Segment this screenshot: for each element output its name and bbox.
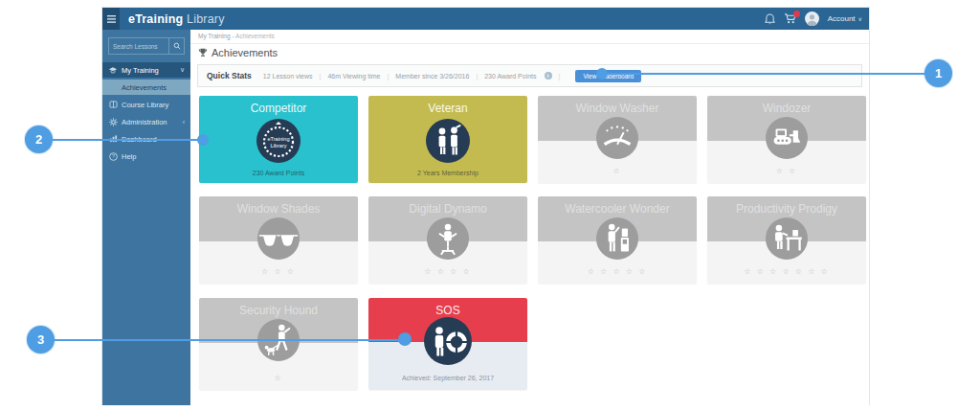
badge-caption: Achieved: September 26, 2017 — [368, 375, 527, 381]
search-icon[interactable] — [168, 38, 184, 54]
sidebar-item-help[interactable]: ?Help — [102, 148, 190, 164]
top-navbar: eTraining Library Account ∨ — [102, 8, 869, 30]
app-window: eTraining Library Account ∨ — [101, 7, 870, 405]
page-title-label: Achievements — [212, 47, 278, 58]
sidebar-item-label: Achievements — [122, 83, 167, 92]
chevron-down-icon: ∨ — [858, 15, 862, 22]
life-ring-icon — [424, 317, 472, 365]
breadcrumb-parent[interactable]: My Training — [198, 33, 231, 39]
annotation-dot-3 — [398, 332, 412, 346]
stat-separator: | — [476, 73, 478, 80]
badge-title: Window Shades — [199, 202, 358, 216]
stat-item: Member since 3/26/2016 — [395, 73, 469, 80]
badge-title: Security Hound — [199, 304, 358, 317]
help-icon: ? — [108, 152, 118, 161]
account-dropdown[interactable]: Account ∨ — [828, 14, 862, 23]
annotation-number-2: 2 — [35, 132, 42, 147]
badge-card-veteran[interactable]: Veteran2 Years Membership — [368, 96, 527, 183]
badge-card-security-hound[interactable]: Security Hound☆ — [199, 298, 358, 390]
desk-worker-icon — [766, 217, 808, 260]
main-content: My Training - Achievements Achievements … — [190, 30, 869, 405]
screenshot-canvas: eTraining Library Account ∨ — [0, 0, 980, 411]
view-leaderboard-button[interactable]: View Leaderboard — [575, 70, 641, 82]
notification-badge — [793, 11, 800, 17]
badge-title: Watercooler Wonder — [538, 202, 697, 216]
annotation-line-3 — [50, 339, 406, 341]
breadcrumb-separator: - — [232, 33, 234, 39]
divider — [190, 43, 869, 44]
star-rating: ☆ — [199, 374, 358, 382]
badge-card-digital-dynamo[interactable]: Digital Dynamo☆ ☆ ☆ ☆ — [368, 196, 527, 284]
windshield-wiper-icon — [596, 117, 638, 159]
star-rating: ☆ ☆ — [707, 167, 866, 175]
quick-stats-title: Quick Stats — [207, 71, 252, 80]
sidebar-item-achievements[interactable]: Achievements — [102, 80, 190, 95]
badge-title: Competitor — [199, 102, 358, 115]
svg-text:?: ? — [112, 153, 115, 159]
bulldozer-icon — [766, 117, 808, 159]
quick-stats-items: 12 Lesson views|46m Viewing time|Member … — [263, 72, 561, 80]
search-box — [108, 37, 185, 55]
badge-card-competitor[interactable]: CompetitoreTrainingLibrary230 Award Poin… — [199, 96, 358, 183]
sidebar-item-administration[interactable]: Administration‹ — [102, 114, 190, 129]
badge-title: SOS — [368, 304, 527, 317]
stat-separator: | — [559, 73, 561, 80]
sidebar-item-label: Administration — [122, 118, 167, 126]
badge-card-window-shades[interactable]: Window Shades☆ ☆ ☆ — [199, 196, 358, 284]
badge-card-window-washer[interactable]: Window Washer☆ — [538, 96, 697, 183]
sidebar-item-my-training[interactable]: My Training∨ — [102, 62, 190, 78]
stat-item: 230 Award Points — [484, 73, 536, 80]
annotation-marker-1: 1 — [924, 59, 952, 87]
badge-card-sos[interactable]: SOSAchieved: September 26, 2017 — [368, 298, 527, 390]
office-chair-icon — [427, 217, 469, 260]
header-right-cluster: Account ∨ — [765, 8, 862, 30]
sidebar-menu: My Training∨AchievementsCourse LibraryAd… — [102, 62, 190, 164]
annotation-line-2 — [48, 139, 205, 141]
graduation-cap-icon — [108, 66, 118, 75]
stat-item: 12 Lesson views — [263, 73, 313, 80]
stat-separator: | — [388, 73, 390, 80]
avatar[interactable] — [805, 11, 819, 26]
info-icon[interactable]: i — [545, 72, 552, 80]
brand-bold: eTraining — [128, 12, 183, 26]
sidebar: My Training∨AchievementsCourse LibraryAd… — [102, 30, 190, 405]
badge-card-productivity-prodigy[interactable]: Productivity Prodigy☆ ☆ ☆ ☆ ☆ ☆ ☆ — [707, 196, 866, 284]
star-rating: ☆ ☆ ☆ ☆ ☆ — [538, 267, 697, 276]
brand-light: Library — [183, 12, 224, 26]
hamburger-menu-icon[interactable] — [102, 8, 120, 30]
badge-caption: 2 Years Membership — [368, 170, 527, 176]
badge-caption: 230 Award Points — [199, 170, 358, 176]
gear-icon — [108, 118, 118, 126]
star-rating: ☆ — [538, 167, 697, 175]
stat-separator: | — [320, 73, 322, 80]
badge-card-watercooler-wonder[interactable]: Watercooler Wonder☆ ☆ ☆ ☆ ☆ — [538, 196, 697, 284]
bell-icon[interactable] — [765, 13, 775, 25]
app-logo[interactable]: eTraining Library — [128, 12, 225, 26]
veterans-icon — [426, 119, 470, 163]
book-icon — [108, 101, 118, 108]
badge-title: Productivity Prodigy — [707, 202, 866, 216]
quick-stats-bar: Quick Stats 12 Lesson views|46m Viewing … — [197, 64, 862, 87]
trophy-icon — [198, 48, 208, 57]
search-input[interactable] — [109, 38, 168, 54]
badge-title: Windozer — [707, 102, 866, 115]
account-label: Account — [828, 14, 856, 23]
svg-text:eTraining: eTraining — [267, 136, 289, 142]
badge-title: Veteran — [368, 102, 527, 115]
caret-icon: ∨ — [180, 66, 185, 74]
badge-title: Digital Dynamo — [368, 202, 527, 216]
badge-card-windozer[interactable]: Windozer☆ ☆ — [707, 96, 866, 183]
cart-icon[interactable] — [784, 13, 796, 24]
annotation-number-1: 1 — [935, 66, 942, 80]
annotation-line-1 — [603, 73, 926, 75]
annotation-number-3: 3 — [37, 332, 44, 347]
watercooler-icon — [596, 217, 638, 260]
laurel-emblem-icon: eTrainingLibrary — [256, 119, 301, 163]
badge-title: Window Washer — [538, 102, 697, 115]
sidebar-item-label: Course Library — [122, 101, 168, 109]
svg-text:Library: Library — [270, 143, 286, 148]
caret-icon: ‹ — [183, 119, 185, 126]
sidebar-item-course-library[interactable]: Course Library — [102, 97, 190, 112]
annotation-marker-2: 2 — [25, 126, 53, 153]
sidebar-item-label: Help — [122, 152, 136, 161]
